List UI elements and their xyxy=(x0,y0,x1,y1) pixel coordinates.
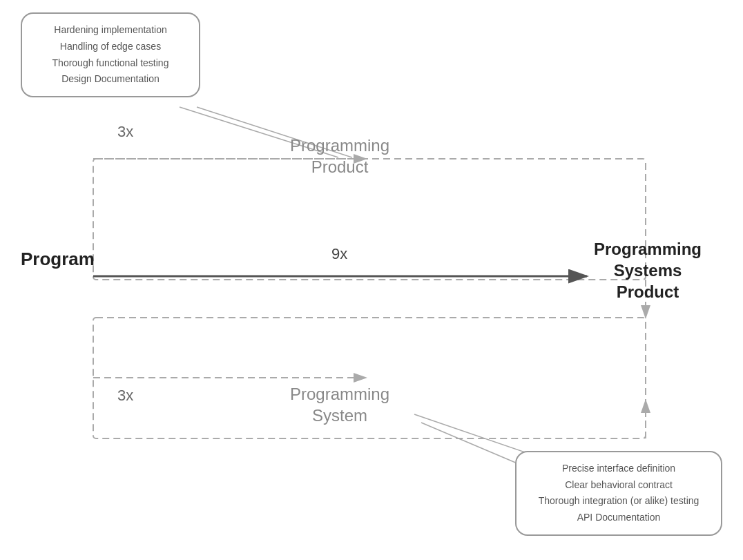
programming-systems-product-label: Programming Systems Product xyxy=(594,238,702,303)
psp-line3: Product xyxy=(617,282,679,301)
svg-line-12 xyxy=(414,414,535,456)
pp-line2: Product xyxy=(311,157,369,176)
bubble-top-line2: Handling of edge cases xyxy=(60,41,161,52)
bubble-top-line1: Hardening implementation xyxy=(54,24,166,35)
ps-line1: Programming xyxy=(290,385,389,403)
multiplier-9x: 9x xyxy=(331,245,347,263)
bubble-bottom-line2: Clear behavioral contract xyxy=(565,479,673,490)
bubble-bottom: Precise interface definition Clear behav… xyxy=(515,451,722,536)
program-label: Program xyxy=(21,249,95,270)
psp-line1: Programming xyxy=(594,240,702,258)
multiplier-3x-top: 3x xyxy=(117,123,133,141)
multiplier-3x-bottom: 3x xyxy=(117,387,133,405)
ps-line2: System xyxy=(312,406,367,425)
programming-system-label: Programming System xyxy=(290,383,389,426)
bubble-bottom-line4: API Documentation xyxy=(577,512,661,523)
pp-line1: Programming xyxy=(290,136,389,155)
psp-line2: Systems xyxy=(614,261,682,280)
bubble-bottom-line3: Thorough integration (or alike) testing xyxy=(539,495,699,506)
bubble-top: Hardening implementation Handling of edg… xyxy=(21,12,200,97)
bubble-bottom-line1: Precise interface definition xyxy=(562,463,675,474)
diagram-container: Program Programming Product Programming … xyxy=(0,0,743,560)
programming-product-label: Programming Product xyxy=(290,135,389,177)
bubble-top-line3: Thorough functional testing xyxy=(52,57,169,68)
bubble-top-line4: Design Documentation xyxy=(61,73,160,84)
